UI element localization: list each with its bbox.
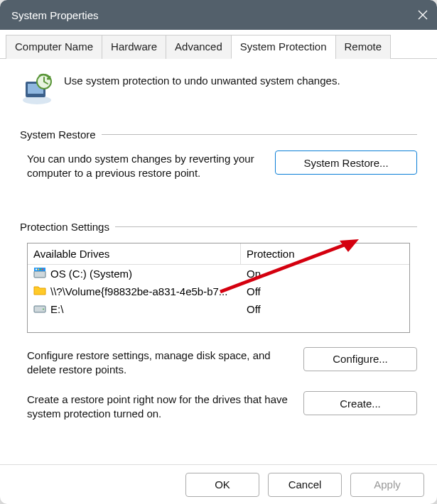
table-header: Available Drives Protection bbox=[28, 243, 409, 265]
divider bbox=[102, 134, 417, 135]
cancel-button[interactable]: Cancel bbox=[268, 473, 342, 497]
drive-protection: On bbox=[241, 265, 409, 283]
disk-drive-icon bbox=[33, 302, 46, 316]
drive-name: \\?\Volume{f98832be-a831-4e5b-b7... bbox=[50, 285, 227, 297]
tab-system-protection[interactable]: System Protection bbox=[231, 35, 336, 59]
svg-rect-9 bbox=[38, 268, 39, 270]
close-button[interactable] bbox=[409, 0, 437, 30]
drive-protection: Off bbox=[241, 283, 409, 300]
table-row[interactable]: OS (C:) (System) On bbox=[28, 265, 409, 283]
system-protection-icon bbox=[20, 72, 54, 109]
titlebar: System Properties bbox=[0, 0, 437, 30]
svg-rect-11 bbox=[42, 268, 43, 270]
folder-icon bbox=[33, 285, 46, 298]
intro-section: Use system protection to undo unwanted s… bbox=[20, 72, 417, 109]
system-properties-dialog: System Properties Computer Name Hardware… bbox=[0, 0, 437, 504]
drives-table: Available Drives Protection OS (C:) (Sys… bbox=[27, 243, 410, 333]
tab-computer-name[interactable]: Computer Name bbox=[6, 35, 102, 59]
drive-name: OS (C:) (System) bbox=[50, 268, 132, 280]
protection-settings-section: Protection Settings Available Drives Pro… bbox=[20, 221, 417, 424]
window-title: System Properties bbox=[11, 9, 99, 21]
close-icon bbox=[418, 10, 428, 20]
configure-text: Configure restore settings, manage disk … bbox=[20, 347, 292, 378]
system-restore-section: System Restore You can undo system chang… bbox=[20, 128, 417, 181]
apply-button[interactable]: Apply bbox=[350, 473, 424, 497]
create-button[interactable]: Create... bbox=[303, 391, 417, 415]
tab-remote[interactable]: Remote bbox=[335, 35, 392, 59]
system-restore-legend: System Restore bbox=[20, 128, 102, 141]
tab-advanced[interactable]: Advanced bbox=[166, 35, 232, 59]
svg-rect-6 bbox=[34, 271, 45, 278]
ok-button[interactable]: OK bbox=[185, 473, 259, 497]
tab-hardware[interactable]: Hardware bbox=[102, 35, 166, 59]
svg-rect-10 bbox=[40, 268, 41, 270]
tab-body: Use system protection to undo unwanted s… bbox=[0, 59, 437, 464]
os-drive-icon bbox=[33, 267, 46, 280]
svg-rect-8 bbox=[36, 268, 37, 270]
drive-protection: Off bbox=[241, 300, 409, 318]
table-row[interactable]: \\?\Volume{f98832be-a831-4e5b-b7... Off bbox=[28, 283, 409, 300]
divider bbox=[115, 226, 417, 227]
system-restore-text: You can undo system changes by reverting… bbox=[20, 150, 264, 181]
dialog-footer: OK Cancel Apply bbox=[0, 464, 437, 504]
tab-strip: Computer Name Hardware Advanced System P… bbox=[0, 30, 437, 59]
header-protection[interactable]: Protection bbox=[241, 243, 409, 265]
table-row[interactable]: E:\ Off bbox=[28, 300, 409, 318]
drive-name: E:\ bbox=[50, 303, 63, 315]
protection-settings-legend: Protection Settings bbox=[20, 221, 115, 233]
header-available-drives[interactable]: Available Drives bbox=[28, 243, 241, 265]
svg-point-13 bbox=[43, 308, 44, 309]
configure-button[interactable]: Configure... bbox=[303, 347, 417, 371]
system-restore-button[interactable]: System Restore... bbox=[275, 150, 417, 175]
create-text: Create a restore point right now for the… bbox=[20, 391, 292, 422]
intro-text: Use system protection to undo unwanted s… bbox=[64, 72, 340, 87]
